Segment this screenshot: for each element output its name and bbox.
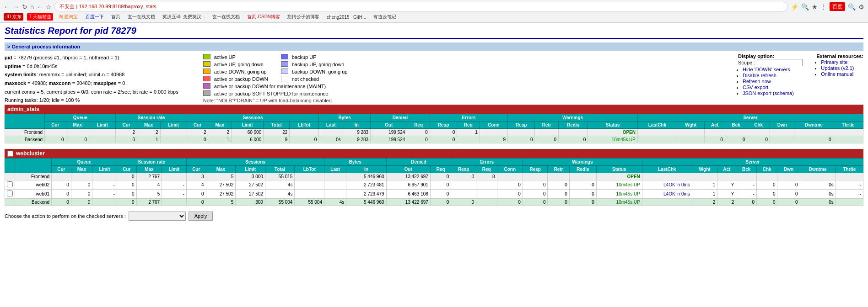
wc-web02-sr-cur: 0	[117, 180, 136, 190]
admin-frontend-b-out: 199 524	[371, 129, 407, 136]
hide-down-link[interactable]: Hide 'DOWN' servers	[743, 67, 790, 72]
wc-web02-q-cur: 0	[52, 180, 71, 190]
star-button[interactable]: ☆	[46, 3, 52, 11]
wc-web01-lastchk-link[interactable]: L4OK in 0ms	[663, 191, 690, 196]
online-manual-link[interactable]: Online manual	[821, 71, 853, 77]
wc-web02-w-retr: 0	[548, 180, 569, 190]
extension-button[interactable]: ⚡	[791, 3, 798, 11]
bookmark-translate[interactable]: 英汉互译_免费英汉...	[161, 13, 207, 21]
scope-input[interactable]	[757, 59, 803, 66]
wc-frontend-s-limit: 3 000	[236, 173, 265, 180]
wc-web02-lastchk-link[interactable]: L4OK in 0ms	[663, 182, 690, 187]
wc-web02-dwn: 0	[777, 180, 800, 190]
wc-web01-dwntme: 0s	[800, 190, 836, 199]
wc-web01-check[interactable]	[5, 190, 15, 199]
more-button[interactable]: ⋮	[820, 3, 827, 11]
wc-th-name	[15, 159, 52, 173]
admin-backend-d-resp: 0	[430, 136, 457, 143]
th-bytes: Bytes	[319, 114, 371, 122]
external-resources-title: External resources:	[816, 53, 863, 59]
bookmarks-button[interactable]: ★	[812, 3, 818, 11]
bookmark-tmall[interactable]: T 天猫精选	[27, 13, 53, 21]
wc-web02-check[interactable]	[5, 180, 15, 190]
general-section-header[interactable]: > General process information	[5, 42, 863, 51]
webcluster-checkbox[interactable]	[7, 151, 13, 157]
admin-frontend-q-cur	[45, 129, 66, 136]
wc-th-warnings: Warnings	[523, 159, 642, 166]
bookmark-github[interactable]: cheng2015 · GitH...	[325, 14, 368, 20]
wc-web02-q-max: 0	[71, 180, 92, 190]
legend-label-active-going-up: active DOWN, going up	[212, 68, 270, 75]
bookmark-youdao[interactable]: 有道云笔记	[372, 13, 398, 21]
refresh-now-link[interactable]: Refresh now	[743, 79, 771, 84]
th-name	[5, 114, 45, 129]
wc-web01-checkbox[interactable]	[7, 191, 13, 196]
bookmark-docs[interactable]: 玄一在线文档	[126, 13, 157, 21]
admin-frontend-bck	[725, 129, 747, 136]
back-button[interactable]: ←	[4, 3, 10, 11]
csv-export-link[interactable]: CSV export	[743, 85, 768, 90]
home-button[interactable]: ⌂	[30, 3, 34, 11]
reload-button[interactable]: ↻	[22, 3, 27, 11]
wc-backend-sr-max: 2 767	[136, 199, 162, 206]
admin-backend-chk: 0	[747, 136, 770, 143]
wc-web02-e-req	[476, 180, 497, 190]
th-e-resp: Resp	[508, 122, 535, 129]
admin-backend-dwn	[770, 136, 794, 143]
th-sv-act: Act	[705, 122, 725, 129]
wc-backend-check	[5, 199, 15, 206]
apply-button[interactable]: Apply	[189, 212, 213, 221]
wc-web02-s-max: 27 502	[206, 180, 236, 190]
bookmark-jd[interactable]: JD 京东	[4, 13, 23, 21]
wc-th-denied: Denied	[386, 159, 451, 166]
right-options: Display option: Scope : Hide 'DOWN' serv…	[738, 53, 863, 96]
url-bar[interactable]: 不安全 | 192.168.20.99:8189/haproxy_stats	[54, 2, 788, 11]
admin-backend-sr-cur: 0	[116, 136, 137, 143]
admin-frontend-s-max: 2	[208, 129, 232, 136]
bookmark-docs2[interactable]: 玄一在线文档	[210, 13, 242, 21]
legend-color-not-checked	[281, 76, 288, 81]
admin-frontend-s-cur: 2	[187, 129, 208, 136]
wc-web02-checkbox[interactable]	[7, 181, 13, 187]
admin-stats-title: admin_stats	[7, 106, 39, 112]
bookmark-wangqing[interactable]: 忘情公子的博客	[286, 13, 321, 21]
th-sv-lastchk: LastChk	[637, 122, 677, 129]
bookmark-baidu[interactable]: 百度一下	[84, 13, 106, 21]
wc-web01-s-limit: 27 502	[236, 190, 265, 199]
settings-button[interactable]: ⚙	[858, 3, 864, 11]
disable-refresh-link[interactable]: Disable refresh	[743, 73, 776, 78]
search-button[interactable]: 🔍	[848, 3, 856, 11]
wc-th-sr-max: Max	[136, 166, 162, 173]
wc-web01-q-max: 0	[71, 190, 92, 199]
wc-frontend-dwntme	[800, 173, 836, 180]
wc-backend-q-cur: 0	[52, 199, 71, 206]
primary-site-link[interactable]: Primary site	[821, 59, 847, 65]
wc-web01-wght: 1	[692, 190, 717, 199]
extension-button2[interactable]: 🔍	[801, 3, 809, 11]
th-errors: Errors	[430, 114, 507, 122]
action-select[interactable]: set state to READY set state to DRAIN se…	[129, 212, 186, 221]
bookmark-taobao[interactable]: 淘 爱淘宝	[57, 13, 80, 21]
admin-stats-header: admin_stats	[5, 105, 863, 114]
json-export-link[interactable]: JSON export	[743, 90, 771, 96]
admin-frontend-d-req: 0	[407, 129, 430, 136]
wc-th-s-last: Last	[324, 166, 346, 173]
schema-link[interactable]: schema	[775, 90, 793, 96]
wc-frontend-sr-limit	[162, 173, 187, 180]
admin-frontend-q-limit	[89, 129, 116, 136]
forward-button[interactable]: →	[13, 3, 19, 11]
webcluster-header: webcluster	[5, 149, 863, 158]
updates-link[interactable]: Updates (v2.1)	[821, 65, 854, 71]
wc-web01-sr-limit: -	[162, 190, 187, 199]
webcluster-section: webcluster Queue Session rate Sessions B…	[5, 149, 863, 206]
wc-th-sv-dwntme: Dwntme	[800, 166, 836, 173]
back-button2[interactable]: ←	[37, 3, 43, 11]
wc-backend-e-req	[476, 199, 497, 206]
page-title: Statistics Report for pid 78279	[5, 26, 863, 39]
legend-color-backup-going-down	[281, 61, 288, 67]
bookmark-home[interactable]: 首页	[109, 13, 122, 21]
baidu-button[interactable]: 百度	[830, 2, 845, 11]
bookmark-csdn[interactable]: 首页-CSDN博客	[245, 13, 282, 21]
wc-web02-act: Y	[717, 180, 736, 190]
display-options-list: Hide 'DOWN' servers Disable refresh Refr…	[743, 67, 803, 96]
